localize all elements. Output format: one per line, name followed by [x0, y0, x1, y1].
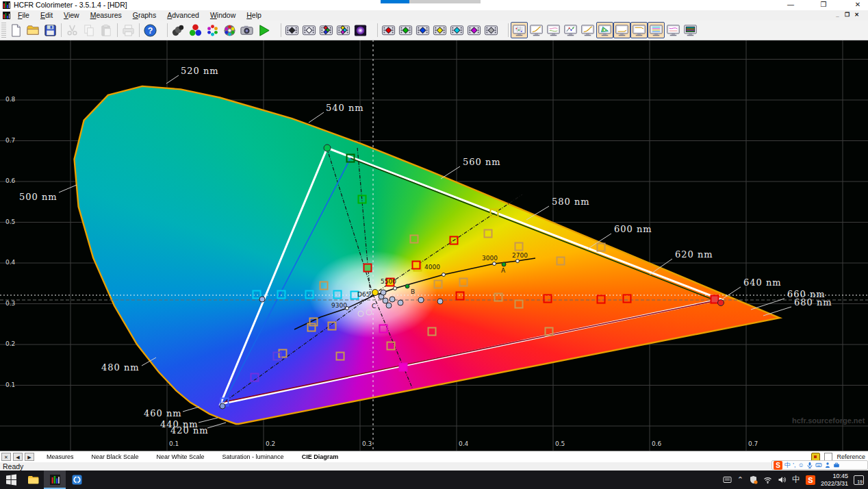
close-button[interactable]: ✕ — [850, 0, 865, 10]
capture-button[interactable] — [238, 22, 255, 38]
restore-button[interactable]: ❐ — [816, 0, 831, 10]
ime-toolbox-icon[interactable] — [833, 462, 840, 468]
sensor-config-button[interactable] — [170, 22, 187, 38]
help-button[interactable]: ? — [142, 22, 159, 38]
wavelength-leader-line — [763, 307, 791, 316]
tab-scroll-right-button[interactable]: ▶ — [25, 453, 34, 461]
cut-button[interactable] — [64, 22, 81, 38]
tab-saturation-luminance[interactable]: Saturation - luminance — [212, 452, 295, 462]
menu-edit[interactable]: Edit — [35, 10, 58, 21]
view-near-white-button[interactable] — [630, 22, 648, 38]
measure-circle-marker — [386, 303, 392, 308]
rgb-levels-button[interactable] — [187, 22, 204, 38]
minimize-button[interactable]: — — [783, 0, 798, 10]
view-color-temp-button[interactable] — [665, 22, 682, 38]
menu-graphs[interactable]: Graphs — [127, 10, 162, 21]
measure-secondaries-button[interactable] — [335, 22, 352, 38]
wifi-icon[interactable] — [763, 475, 772, 484]
view-free-measures-button[interactable] — [682, 22, 699, 38]
menu-measures[interactable]: Measures — [85, 10, 127, 21]
tab-measures[interactable]: Measures — [36, 452, 85, 462]
ime-person-icon[interactable] — [824, 462, 831, 468]
measure-circle-marker — [718, 300, 724, 306]
copy-button[interactable] — [81, 22, 98, 38]
tab-scroll-left-button[interactable]: ◀ — [13, 453, 23, 461]
print-button[interactable] — [120, 22, 137, 38]
ime-punctuation-icon[interactable]: ’, — [793, 461, 796, 469]
taskbar-clock[interactable]: 10:45 2022/3/31 — [821, 473, 848, 488]
view-gamma-button[interactable] — [528, 22, 545, 38]
mdi-close-button[interactable]: ✕ — [852, 11, 861, 19]
mdi-restore-button[interactable]: ❐ — [843, 11, 852, 19]
measure-primaries-button[interactable] — [318, 22, 335, 38]
tab-nav: ✕◀▶ — [0, 453, 34, 461]
tab-cie-diagram[interactable]: CIE Diagram — [291, 452, 350, 462]
color-wheel-alt-button[interactable] — [221, 22, 238, 38]
file-explorer-button[interactable] — [22, 471, 44, 489]
open-file-button[interactable] — [25, 22, 42, 38]
new-file-button[interactable] — [8, 22, 25, 38]
document-icon[interactable] — [3, 12, 10, 19]
security-tray-icon[interactable] — [749, 475, 758, 484]
view-cie-diagram-button[interactable] — [596, 22, 613, 38]
mdi-minimize-button[interactable]: _ — [833, 11, 842, 19]
x-axis-tick: 0.3 — [362, 440, 372, 447]
new-file-icon — [9, 23, 23, 38]
wavelength-leader-line — [207, 423, 226, 428]
measure-magenta-button[interactable] — [465, 22, 483, 38]
paste-button[interactable] — [98, 22, 115, 38]
measure-yellow-button[interactable] — [431, 22, 448, 38]
tab-near-white-scale[interactable]: Near White Scale — [146, 452, 216, 462]
tray-expand-icon[interactable]: ⌃ — [737, 471, 743, 489]
view-near-white-icon — [632, 23, 646, 38]
taskview-tray-icon[interactable] — [723, 475, 732, 484]
measure-red-button[interactable] — [380, 22, 397, 38]
save-button[interactable] — [42, 22, 59, 38]
measure-near-white-button[interactable] — [301, 22, 318, 38]
view-histogram-button[interactable] — [562, 22, 579, 38]
measure-cyan-button[interactable] — [448, 22, 465, 38]
y-axis-tick: 0.6 — [5, 177, 15, 184]
measure-free-button[interactable] — [483, 22, 500, 38]
measure-contrast-button[interactable] — [352, 22, 369, 38]
color-wheel-button[interactable] — [204, 22, 221, 38]
ime-mode-tray-icon[interactable]: 中 — [792, 471, 800, 489]
menu-help[interactable]: Help — [241, 10, 267, 21]
title-bar: HCFR Colorimeter - 3.5.1.4 - [HDR] — ❐ ✕ — [0, 0, 868, 11]
measure-square-marker — [435, 281, 442, 288]
ime-emoji-icon[interactable]: ☺ — [798, 461, 804, 469]
hcfr-app-button[interactable] — [44, 471, 66, 489]
volume-icon[interactable] — [778, 475, 787, 484]
office-app-button[interactable] — [66, 471, 88, 489]
menu-advanced[interactable]: Advanced — [162, 10, 205, 21]
start-button[interactable] — [0, 471, 22, 489]
status-bar: Ready — [0, 462, 868, 471]
wavelength-leader-line — [650, 259, 672, 275]
illuminant-label: C — [372, 303, 376, 310]
sogou-logo-icon[interactable]: S — [774, 461, 782, 470]
view-luminance-button[interactable] — [579, 22, 596, 38]
measure-blue-button[interactable] — [414, 22, 431, 38]
notification-center-icon[interactable]: 19 — [854, 475, 864, 485]
view-near-black-button[interactable] — [613, 22, 630, 38]
menu-file[interactable]: File — [12, 10, 35, 21]
ime-mic-icon[interactable] — [806, 462, 813, 468]
measure-green-button[interactable] — [397, 22, 414, 38]
ime-keyboard-icon[interactable] — [815, 462, 822, 468]
x-axis-tick: 0.4 — [459, 440, 468, 447]
view-saturation-button[interactable] — [648, 22, 665, 38]
view-rgb-levels-button[interactable] — [545, 22, 562, 38]
menu-view[interactable]: View — [58, 10, 85, 21]
sogou-tray-icon[interactable]: S — [806, 475, 815, 485]
saturation-sweep-line — [373, 294, 412, 388]
tabs: MeasuresNear Black ScaleNear White Scale… — [40, 452, 349, 462]
wavelength-label: 560 nm — [463, 157, 501, 167]
tab-near-black-scale[interactable]: Near Black Scale — [81, 452, 150, 462]
wavelength-label: 640 nm — [743, 277, 782, 288]
tab-close-button[interactable]: ✕ — [1, 453, 11, 461]
ime-mode-icon[interactable]: 中 — [784, 461, 791, 469]
menu-window[interactable]: Window — [205, 10, 241, 21]
run-measures-button[interactable] — [255, 22, 272, 38]
measure-grayscale-button[interactable] — [283, 22, 301, 38]
view-measures-grid-button[interactable] — [511, 22, 528, 38]
